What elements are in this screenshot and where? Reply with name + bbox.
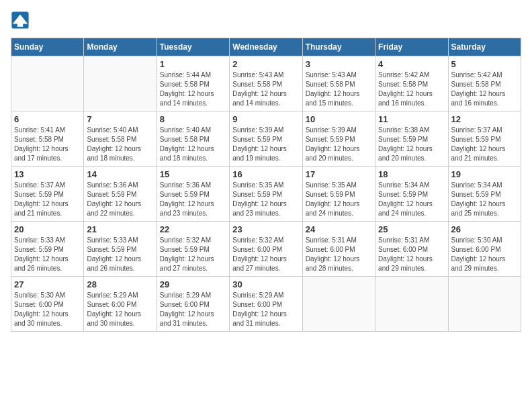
week-row-5: 27Sunrise: 5:30 AM Sunset: 6:00 PM Dayli… (11, 277, 521, 332)
day-number: 26 (451, 224, 518, 234)
day-cell: 20Sunrise: 5:33 AM Sunset: 5:59 PM Dayli… (11, 222, 84, 277)
day-info: Sunrise: 5:34 AM Sunset: 5:59 PM Dayligh… (378, 181, 445, 218)
day-info: Sunrise: 5:39 AM Sunset: 5:59 PM Dayligh… (232, 126, 299, 163)
day-cell: 26Sunrise: 5:30 AM Sunset: 6:00 PM Dayli… (448, 222, 521, 277)
day-cell: 17Sunrise: 5:35 AM Sunset: 5:59 PM Dayli… (302, 167, 375, 222)
day-number: 7 (87, 114, 153, 124)
svg-rect-2 (17, 21, 23, 26)
day-cell (302, 277, 375, 332)
day-info: Sunrise: 5:30 AM Sunset: 6:00 PM Dayligh… (451, 236, 518, 273)
day-number: 9 (232, 114, 299, 124)
column-header-tuesday: Tuesday (157, 38, 229, 56)
day-cell: 22Sunrise: 5:32 AM Sunset: 5:59 PM Dayli… (157, 222, 229, 277)
day-cell: 9Sunrise: 5:39 AM Sunset: 5:59 PM Daylig… (230, 111, 302, 167)
day-cell: 10Sunrise: 5:39 AM Sunset: 5:59 PM Dayli… (302, 111, 375, 167)
day-number: 23 (232, 224, 299, 234)
day-info: Sunrise: 5:29 AM Sunset: 6:00 PM Dayligh… (87, 291, 153, 328)
day-info: Sunrise: 5:32 AM Sunset: 6:00 PM Dayligh… (232, 236, 299, 273)
calendar-table: SundayMondayTuesdayWednesdayThursdayFrid… (11, 38, 521, 332)
day-info: Sunrise: 5:33 AM Sunset: 5:59 PM Dayligh… (87, 236, 153, 273)
day-info: Sunrise: 5:37 AM Sunset: 5:59 PM Dayligh… (14, 181, 81, 218)
day-number: 19 (451, 169, 518, 179)
day-number: 18 (378, 169, 445, 179)
day-number: 25 (378, 224, 445, 234)
day-info: Sunrise: 5:37 AM Sunset: 5:59 PM Dayligh… (451, 126, 518, 163)
day-info: Sunrise: 5:35 AM Sunset: 5:59 PM Dayligh… (232, 181, 299, 218)
day-cell: 29Sunrise: 5:29 AM Sunset: 6:00 PM Dayli… (157, 277, 229, 332)
week-row-2: 6Sunrise: 5:41 AM Sunset: 5:58 PM Daylig… (11, 111, 521, 167)
day-cell: 30Sunrise: 5:29 AM Sunset: 6:00 PM Dayli… (230, 277, 302, 332)
day-number: 12 (451, 114, 518, 124)
day-number: 11 (378, 114, 445, 124)
day-info: Sunrise: 5:36 AM Sunset: 5:59 PM Dayligh… (160, 181, 226, 218)
column-header-saturday: Saturday (448, 38, 521, 56)
day-number: 27 (14, 279, 81, 289)
day-cell: 14Sunrise: 5:36 AM Sunset: 5:59 PM Dayli… (84, 167, 157, 222)
day-cell: 15Sunrise: 5:36 AM Sunset: 5:59 PM Dayli… (157, 167, 229, 222)
day-info: Sunrise: 5:31 AM Sunset: 6:00 PM Dayligh… (306, 236, 372, 273)
day-cell: 6Sunrise: 5:41 AM Sunset: 5:58 PM Daylig… (11, 111, 84, 167)
header (11, 11, 521, 30)
day-number: 21 (87, 224, 153, 234)
day-cell: 11Sunrise: 5:38 AM Sunset: 5:59 PM Dayli… (375, 111, 448, 167)
day-cell: 24Sunrise: 5:31 AM Sunset: 6:00 PM Dayli… (302, 222, 375, 277)
day-info: Sunrise: 5:32 AM Sunset: 5:59 PM Dayligh… (160, 236, 226, 273)
day-cell (84, 56, 157, 111)
day-number: 3 (306, 59, 372, 69)
day-info: Sunrise: 5:30 AM Sunset: 6:00 PM Dayligh… (14, 291, 81, 328)
day-info: Sunrise: 5:33 AM Sunset: 5:59 PM Dayligh… (14, 236, 81, 273)
page-container: SundayMondayTuesdayWednesdayThursdayFrid… (11, 11, 521, 332)
day-info: Sunrise: 5:36 AM Sunset: 5:59 PM Dayligh… (87, 181, 153, 218)
column-header-friday: Friday (375, 38, 448, 56)
day-info: Sunrise: 5:40 AM Sunset: 5:58 PM Dayligh… (160, 126, 226, 163)
day-info: Sunrise: 5:43 AM Sunset: 5:58 PM Dayligh… (232, 71, 299, 108)
day-cell: 16Sunrise: 5:35 AM Sunset: 5:59 PM Dayli… (230, 167, 302, 222)
column-header-monday: Monday (84, 38, 157, 56)
day-cell: 28Sunrise: 5:29 AM Sunset: 6:00 PM Dayli… (84, 277, 157, 332)
logo (11, 11, 32, 30)
day-number: 22 (160, 224, 226, 234)
day-info: Sunrise: 5:43 AM Sunset: 5:58 PM Dayligh… (306, 71, 372, 108)
day-cell: 7Sunrise: 5:40 AM Sunset: 5:58 PM Daylig… (84, 111, 157, 167)
day-number: 28 (87, 279, 153, 289)
day-info: Sunrise: 5:42 AM Sunset: 5:58 PM Dayligh… (451, 71, 518, 108)
day-cell: 27Sunrise: 5:30 AM Sunset: 6:00 PM Dayli… (11, 277, 84, 332)
day-number: 5 (451, 59, 518, 69)
day-info: Sunrise: 5:44 AM Sunset: 5:58 PM Dayligh… (160, 71, 226, 108)
week-row-4: 20Sunrise: 5:33 AM Sunset: 5:59 PM Dayli… (11, 222, 521, 277)
day-number: 15 (160, 169, 226, 179)
day-info: Sunrise: 5:31 AM Sunset: 6:00 PM Dayligh… (378, 236, 445, 273)
day-info: Sunrise: 5:40 AM Sunset: 5:58 PM Dayligh… (87, 126, 153, 163)
day-cell: 21Sunrise: 5:33 AM Sunset: 5:59 PM Dayli… (84, 222, 157, 277)
day-info: Sunrise: 5:41 AM Sunset: 5:58 PM Dayligh… (14, 126, 81, 163)
day-info: Sunrise: 5:38 AM Sunset: 5:59 PM Dayligh… (378, 126, 445, 163)
day-cell: 8Sunrise: 5:40 AM Sunset: 5:58 PM Daylig… (157, 111, 229, 167)
day-info: Sunrise: 5:34 AM Sunset: 5:59 PM Dayligh… (451, 181, 518, 218)
day-cell (11, 56, 84, 111)
day-cell: 13Sunrise: 5:37 AM Sunset: 5:59 PM Dayli… (11, 167, 84, 222)
day-number: 4 (378, 59, 445, 69)
day-number: 10 (306, 114, 372, 124)
day-number: 29 (160, 279, 226, 289)
day-number: 6 (14, 114, 81, 124)
day-info: Sunrise: 5:39 AM Sunset: 5:59 PM Dayligh… (306, 126, 372, 163)
day-number: 30 (232, 279, 299, 289)
day-info: Sunrise: 5:29 AM Sunset: 6:00 PM Dayligh… (160, 291, 226, 328)
week-row-1: 1Sunrise: 5:44 AM Sunset: 5:58 PM Daylig… (11, 56, 521, 111)
day-cell (375, 277, 448, 332)
day-info: Sunrise: 5:29 AM Sunset: 6:00 PM Dayligh… (232, 291, 299, 328)
day-info: Sunrise: 5:35 AM Sunset: 5:59 PM Dayligh… (306, 181, 372, 218)
day-number: 1 (160, 59, 226, 69)
day-number: 24 (306, 224, 372, 234)
day-info: Sunrise: 5:42 AM Sunset: 5:58 PM Dayligh… (378, 71, 445, 108)
day-cell (448, 277, 521, 332)
calendar-header-row: SundayMondayTuesdayWednesdayThursdayFrid… (11, 38, 521, 56)
day-cell: 25Sunrise: 5:31 AM Sunset: 6:00 PM Dayli… (375, 222, 448, 277)
day-cell: 19Sunrise: 5:34 AM Sunset: 5:59 PM Dayli… (448, 167, 521, 222)
day-number: 13 (14, 169, 81, 179)
day-cell: 12Sunrise: 5:37 AM Sunset: 5:59 PM Dayli… (448, 111, 521, 167)
day-cell: 1Sunrise: 5:44 AM Sunset: 5:58 PM Daylig… (157, 56, 229, 111)
day-number: 8 (160, 114, 226, 124)
column-header-thursday: Thursday (302, 38, 375, 56)
day-number: 17 (306, 169, 372, 179)
